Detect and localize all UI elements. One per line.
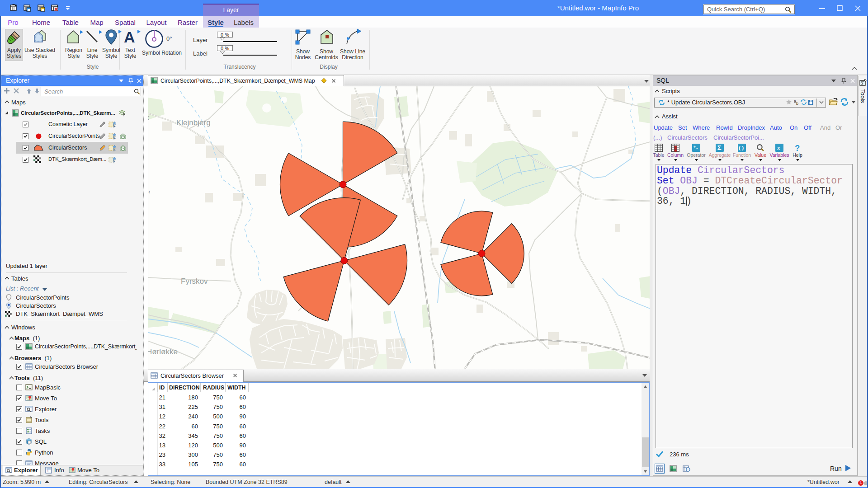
svg-text:( ): ( ) (739, 145, 744, 150)
svg-text:b: b (796, 101, 798, 106)
svg-text:x: x (777, 145, 780, 151)
svg-text:A: A (124, 29, 135, 46)
svg-text:+: + (693, 144, 696, 149)
svg-text:?: ? (795, 144, 800, 152)
svg-text:Klejnbjerg: Klejnbjerg (176, 118, 211, 127)
svg-text:Σ: Σ (717, 144, 722, 151)
svg-text:Fyrskov: Fyrskov (181, 277, 208, 286)
svg-text:Hørløkke: Hørløkke (148, 347, 178, 356)
svg-text:*: * (696, 146, 698, 151)
